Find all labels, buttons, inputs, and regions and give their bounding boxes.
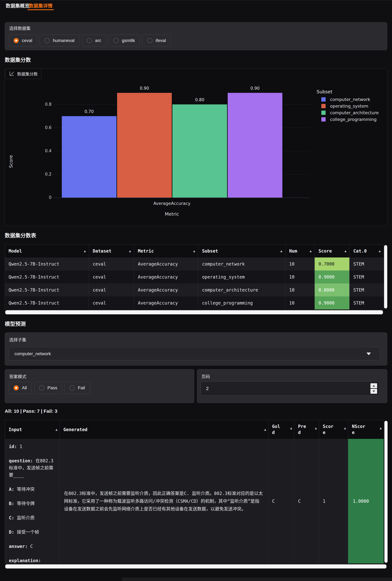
- prediction-table-horizontal-scrollbar[interactable]: [5, 564, 386, 568]
- input-field-key: id:: [9, 444, 17, 449]
- tab-dataset-overview[interactable]: 数据集概览: [6, 2, 30, 9]
- arrow-up-icon: [372, 385, 375, 386]
- input-field-key: answer:: [9, 544, 28, 549]
- input-field: B: 等待令牌: [9, 500, 56, 507]
- cell-subset: computer_network: [198, 258, 285, 270]
- cell-metric: AverageAccuracy: [134, 296, 198, 310]
- score-col-header-dataset[interactable]: Dataset▲: [89, 244, 134, 258]
- answer-counts: All: 10 | Pass: 7 | Fail: 3: [5, 408, 57, 414]
- column-label: NScore: [352, 424, 367, 436]
- sort-arrow-icon[interactable]: ▲: [264, 428, 266, 432]
- score-col-header-score[interactable]: Score▲: [314, 244, 350, 258]
- score-col-header-metric[interactable]: Metric▲: [134, 244, 198, 258]
- app-root: 数据集概览 数据集详情 选择数据集 cevalhumanevalarcgsm8k…: [0, 0, 392, 581]
- answer-mode-option-pass[interactable]: Pass: [34, 382, 62, 394]
- column-label: Score: [323, 424, 335, 436]
- input-field-key: A:: [9, 487, 14, 492]
- dataset-option-ifeval[interactable]: ifeval: [142, 34, 171, 46]
- dataset-option-humaneval[interactable]: humaneval: [40, 34, 80, 46]
- radio-label: humaneval: [53, 38, 74, 43]
- column-label: Pred: [298, 424, 307, 436]
- pred-col-header-input[interactable]: Input▲: [5, 420, 60, 439]
- subset-dropdown[interactable]: computer_network: [9, 347, 380, 360]
- page-number-value: 2: [206, 386, 209, 391]
- radio-label: gsm8k: [122, 38, 135, 43]
- pred-col-header-pred[interactable]: Pred▲: [294, 420, 319, 439]
- dataset-option-gsm8k[interactable]: gsm8k: [109, 34, 140, 46]
- cell-cat0: STEM: [350, 270, 384, 284]
- radio-icon: [114, 38, 119, 43]
- dataset-option-ceval[interactable]: ceval: [9, 34, 37, 46]
- bar-college_programming[interactable]: [228, 93, 282, 198]
- pred-col-header-nscore[interactable]: NScore▲: [348, 420, 384, 439]
- cell-score: 0.7000: [314, 258, 350, 270]
- answer-mode-option-all[interactable]: All: [9, 382, 32, 394]
- cell-model: Qwen2.5-7B-Instruct: [5, 296, 89, 310]
- y-tick-label: 0.8: [39, 102, 52, 107]
- score-col-header-cat0[interactable]: Cat.0▲: [350, 244, 384, 258]
- sort-arrow-icon[interactable]: ▲: [290, 426, 292, 430]
- pred-col-header-generated[interactable]: Generated▲: [60, 420, 268, 439]
- y-tick-label: 0.2: [39, 172, 52, 176]
- y-axis-title: Score: [8, 127, 14, 168]
- pred-col-header-score[interactable]: Score▲: [319, 420, 348, 439]
- cell-dataset: ceval: [89, 296, 134, 310]
- dataset-option-arc[interactable]: arc: [82, 34, 106, 46]
- cell-model: Qwen2.5-7B-Instruct: [5, 284, 89, 296]
- tab-dataset-detail[interactable]: 数据集详情: [28, 2, 54, 9]
- chart-tab-label: 数据集分数: [17, 71, 38, 77]
- legend-swatch: [321, 104, 326, 108]
- page-number-label: 页码: [202, 373, 210, 380]
- bar-computer_network[interactable]: [62, 116, 116, 198]
- legend-swatch: [321, 110, 326, 115]
- cell-num: 10: [285, 258, 314, 270]
- bar-computer_architecture[interactable]: [172, 104, 227, 198]
- stepper-up-button[interactable]: [370, 383, 377, 388]
- chart-tab[interactable]: 数据集分数: [5, 68, 41, 79]
- score-table-horizontal-scrollbar[interactable]: [5, 310, 383, 314]
- sort-arrow-icon[interactable]: ▲: [56, 428, 58, 432]
- score-col-header-num[interactable]: Num▲: [285, 244, 314, 258]
- sort-arrow-icon[interactable]: ▲: [344, 426, 346, 430]
- cell-score: 0.8000: [314, 284, 350, 296]
- radio-icon: [14, 385, 19, 390]
- legend-item-operating_system[interactable]: operating_system: [321, 104, 368, 108]
- cell-cat0: STEM: [350, 284, 384, 296]
- page-number-input[interactable]: 2: [201, 382, 380, 396]
- answer-mode-option-fail[interactable]: Fail: [65, 382, 90, 394]
- radio-icon: [70, 385, 75, 390]
- sort-arrow-icon[interactable]: ▲: [193, 249, 195, 253]
- sort-arrow-icon[interactable]: ▲: [379, 249, 381, 253]
- scatter-chart-icon: [9, 71, 14, 76]
- bar-operating_system[interactable]: [117, 93, 172, 198]
- sort-arrow-icon[interactable]: ▲: [84, 249, 86, 253]
- cell-input: id: 1question: 在802.3标准中，发送帧之前需要____A: 等…: [5, 439, 60, 564]
- score-table-vertical-scrollbar[interactable]: [384, 245, 387, 308]
- radio-label: arc: [95, 38, 101, 43]
- input-field-key: B:: [9, 501, 14, 506]
- x-axis-title: Metric: [54, 211, 290, 217]
- prediction-table-vertical-scrollbar[interactable]: [384, 421, 388, 563]
- pred-col-header-gold[interactable]: Gold▲: [268, 420, 294, 439]
- legend-label: computer_architecture: [330, 110, 379, 115]
- sort-arrow-icon[interactable]: ▲: [344, 249, 346, 253]
- input-field: question: 在802.3标准中，发送帧之前需要____: [9, 457, 56, 479]
- cell-num: 10: [285, 296, 314, 310]
- column-label: Num: [289, 248, 297, 254]
- score-col-header-model[interactable]: Model▲: [5, 244, 89, 258]
- sort-arrow-icon[interactable]: ▲: [129, 249, 131, 253]
- subset-dropdown-value: computer_network: [14, 351, 51, 356]
- sort-arrow-icon[interactable]: ▲: [280, 249, 282, 253]
- sort-arrow-icon[interactable]: ▲: [315, 426, 317, 430]
- sort-arrow-icon[interactable]: ▲: [310, 249, 312, 253]
- cell-gold: C: [268, 439, 294, 564]
- score-col-header-subset[interactable]: Subset▲: [198, 244, 285, 258]
- legend-item-computer_architecture[interactable]: computer_architecture: [321, 110, 379, 115]
- legend-item-college_programming[interactable]: college_programming: [321, 117, 377, 122]
- stepper-down-button[interactable]: [370, 389, 377, 394]
- radio-label: Pass: [48, 385, 57, 390]
- cell-pred: C: [294, 439, 319, 564]
- sort-arrow-icon[interactable]: ▲: [380, 426, 382, 430]
- legend-item-computer_network[interactable]: computer_network: [321, 97, 370, 102]
- radio-label: Fail: [78, 385, 85, 390]
